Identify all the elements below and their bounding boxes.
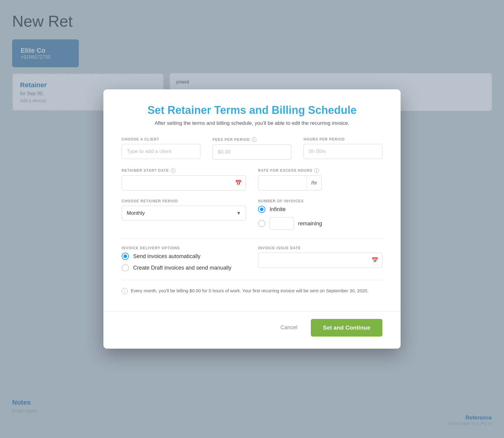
infinite-radio-option[interactable]: Infinite <box>258 206 382 213</box>
hours-per-period-group: HOURS PER PERIOD <box>304 137 382 160</box>
start-date-input[interactable]: September 30, 2020 <box>122 175 246 191</box>
retainer-period-group: CHOOSE RETAINER PERIOD Monthly ▼ <box>122 199 246 230</box>
number-of-invoices-group: NUMBER OF INVOICES Infinite 0 remaining <box>258 199 382 230</box>
rate-input[interactable]: $0.00 <box>258 175 307 191</box>
fees-info-icon[interactable]: i <box>252 137 257 142</box>
period-select-wrapper: Monthly ▼ <box>122 206 246 221</box>
start-date-info-icon[interactable]: i <box>171 168 176 173</box>
issue-date-input[interactable]: September 30, 2020 <box>258 253 382 268</box>
invoice-issue-date-label: INVOICE ISSUE DATE <box>258 246 382 250</box>
modal-subtitle: After setting the terms and billing sche… <box>122 120 382 126</box>
delivery-options-label: INVOICE DELIVERY OPTIONS <box>122 246 246 250</box>
modal-footer: Cancel Set and Continue <box>103 311 401 349</box>
summary-text: Every month, you'll be billing $0.00 for… <box>131 287 368 294</box>
section-divider-2 <box>122 280 382 280</box>
infinite-radio-circle[interactable] <box>258 206 265 213</box>
modal-overlay: Set Retainer Terms and Billing Schedule … <box>0 0 504 438</box>
set-continue-button[interactable]: Set and Continue <box>311 319 382 337</box>
form-row-4: INVOICE DELIVERY OPTIONS Send invoices a… <box>122 246 382 271</box>
rate-info-icon[interactable]: i <box>314 168 319 173</box>
rate-row: $0.00 /hr <box>258 175 382 191</box>
section-divider-1 <box>122 238 382 239</box>
hours-per-period-label: HOURS PER PERIOD <box>304 137 382 141</box>
fees-input[interactable] <box>213 144 291 160</box>
hours-input[interactable] <box>304 144 382 159</box>
remaining-input[interactable]: 0 <box>270 217 294 230</box>
issue-date-wrapper: September 30, 2020 📅 <box>258 253 382 268</box>
modal-body: CHOOSE A CLIENT FEES PER PERIOD i HOURS … <box>103 134 401 311</box>
send-draft-radio-circle[interactable] <box>122 264 129 271</box>
send-draft-option[interactable]: Create Draft invoices and send manually <box>122 264 246 271</box>
issue-date-calendar-icon[interactable]: 📅 <box>371 257 378 264</box>
retainer-period-label: CHOOSE RETAINER PERIOD <box>122 199 246 203</box>
rate-suffix: /hr <box>307 175 322 191</box>
period-select[interactable]: Monthly <box>122 206 246 221</box>
start-date-calendar-icon[interactable]: 📅 <box>235 180 242 186</box>
start-date-group: RETAINER START DATE i September 30, 2020… <box>122 168 246 191</box>
remaining-radio-circle[interactable] <box>258 220 265 227</box>
start-date-label: RETAINER START DATE i <box>122 168 246 173</box>
remaining-radio-option[interactable]: 0 remaining <box>258 217 382 230</box>
delivery-radio-group: Send invoices automatically Create Draft… <box>122 253 246 271</box>
rate-excess-group: RATE FOR EXCESS HOURS i $0.00 /hr <box>258 168 382 191</box>
choose-client-label: CHOOSE A CLIENT <box>122 137 200 141</box>
form-row-1: CHOOSE A CLIENT FEES PER PERIOD i HOURS … <box>122 137 382 160</box>
rate-excess-label: RATE FOR EXCESS HOURS i <box>258 168 382 173</box>
form-row-3: CHOOSE RETAINER PERIOD Monthly ▼ NUMBER … <box>122 199 382 230</box>
delivery-options-group: INVOICE DELIVERY OPTIONS Send invoices a… <box>122 246 246 271</box>
choose-client-group: CHOOSE A CLIENT <box>122 137 200 160</box>
send-auto-radio-circle[interactable] <box>122 253 129 260</box>
fees-per-period-group: FEES PER PERIOD i <box>213 137 291 160</box>
remaining-label: remaining <box>298 221 322 227</box>
client-input[interactable] <box>122 144 200 159</box>
send-auto-label: Send invoices automatically <box>133 253 200 260</box>
cancel-button[interactable]: Cancel <box>274 321 304 334</box>
summary-row: i Every month, you'll be billing $0.00 f… <box>122 287 382 302</box>
form-row-2: RETAINER START DATE i September 30, 2020… <box>122 168 382 191</box>
invoice-issue-date-group: INVOICE ISSUE DATE September 30, 2020 📅 <box>258 246 382 271</box>
start-date-wrapper: September 30, 2020 📅 <box>122 175 246 191</box>
summary-info-icon: i <box>122 288 128 294</box>
number-of-invoices-label: NUMBER OF INVOICES <box>258 199 382 203</box>
infinite-radio-label: Infinite <box>270 206 286 213</box>
retainer-modal: Set Retainer Terms and Billing Schedule … <box>103 89 401 349</box>
send-draft-label: Create Draft invoices and send manually <box>133 265 231 271</box>
send-auto-option[interactable]: Send invoices automatically <box>122 253 246 260</box>
invoices-radio-group: Infinite 0 remaining <box>258 206 382 230</box>
modal-title: Set Retainer Terms and Billing Schedule <box>122 104 382 117</box>
fees-per-period-label: FEES PER PERIOD i <box>213 137 291 142</box>
modal-header: Set Retainer Terms and Billing Schedule … <box>103 89 401 134</box>
